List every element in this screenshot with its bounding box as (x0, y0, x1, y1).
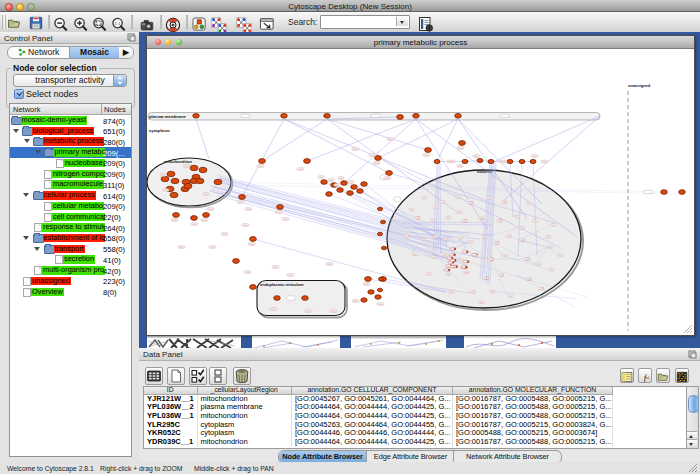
svg-text:unassigned: unassigned (628, 83, 651, 88)
svg-text:mitochondrion: mitochondrion (164, 159, 193, 164)
svg-text:cytoplasm: cytoplasm (149, 128, 170, 133)
svg-text:(x): (x) (644, 375, 649, 380)
svg-text:endoplasmic reticulum: endoplasmic reticulum (260, 282, 304, 287)
svg-text:1:1: 1:1 (115, 21, 122, 26)
svg-text:plasma membrane: plasma membrane (149, 114, 186, 119)
